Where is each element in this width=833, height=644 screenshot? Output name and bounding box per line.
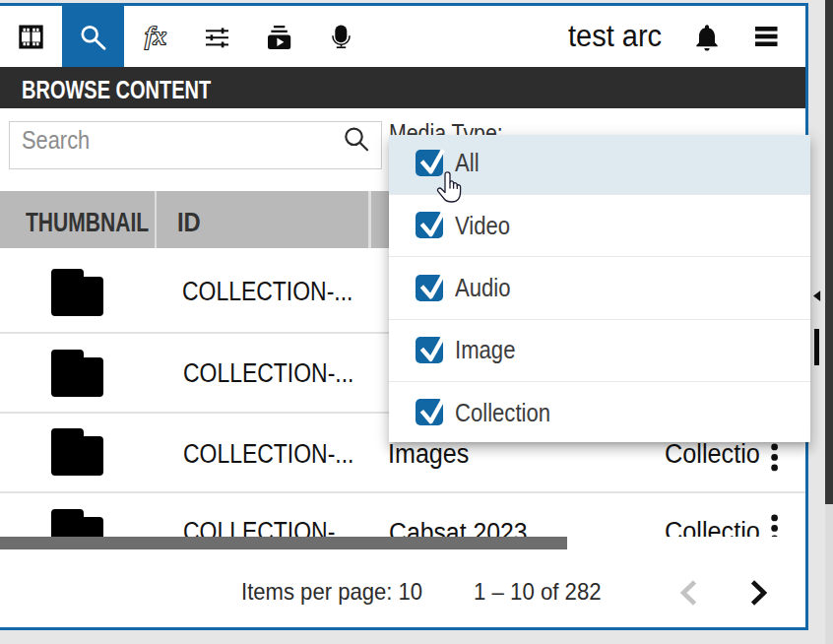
svg-text:fx: fx [145,22,166,50]
